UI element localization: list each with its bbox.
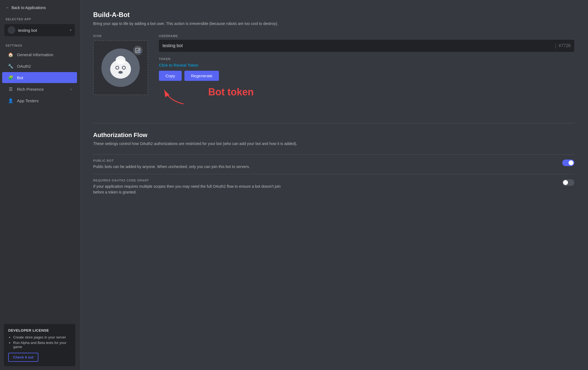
token-buttons: Copy Regenerate (159, 71, 574, 81)
chevron-right-icon: › (70, 87, 72, 91)
sidebar-item-bot[interactable]: 🧩 Bot (2, 72, 77, 83)
token-section: TOKEN Click to Reveal Token Copy Regener… (159, 57, 574, 107)
svg-point-5 (118, 71, 123, 74)
annotation-area: Bot token (159, 84, 574, 107)
username-discriminator: #7726 (559, 43, 571, 48)
add-photo-icon (135, 48, 140, 53)
svg-point-7 (138, 49, 139, 50)
username-input[interactable] (162, 40, 553, 52)
oauth2-grant-row: REQUIRES OAUTH2 CODE GRANT If your appli… (93, 174, 574, 200)
app-avatar (8, 26, 15, 34)
sidebar-item-label: Bot (17, 75, 23, 80)
oauth2-grant-toggle[interactable] (562, 179, 574, 186)
sidebar-item-app-testers[interactable]: 👤 App Testers (2, 95, 77, 106)
back-arrow-icon: ← (5, 5, 9, 10)
back-link-label: Back to Applications (12, 5, 46, 10)
sidebar-item-label: General Information (17, 52, 53, 57)
developer-license-card: DEVELOPER LICENSE Create store pages in … (4, 324, 75, 366)
public-bot-toggle[interactable] (562, 160, 574, 166)
username-divider: | (555, 43, 556, 49)
bot-top-section: ICON (93, 34, 574, 112)
back-to-applications-link[interactable]: ← Back to Applications (0, 0, 79, 14)
wrench-icon: 🔧 (8, 63, 14, 69)
discord-wumpus-icon (107, 54, 134, 81)
dev-license-list: Create store pages in your server Run Al… (8, 335, 71, 349)
username-label: USERNAME (159, 34, 574, 38)
icon-label: ICON (93, 34, 148, 38)
bot-icon-box (93, 40, 148, 95)
person-icon: 👤 (8, 98, 14, 104)
bot-token-annotation: Bot token (208, 86, 254, 98)
oauth2-grant-label: REQUIRES OAUTH2 CODE GRANT (93, 179, 285, 182)
arrow-annotation (159, 85, 192, 107)
sidebar-item-label: Rich Presence (17, 87, 44, 92)
page-description: Bring your app to life by adding a bot u… (93, 21, 285, 27)
svg-point-4 (123, 67, 125, 69)
sidebar-item-label: OAuth2 (17, 64, 31, 69)
regenerate-token-button[interactable]: Regenerate (184, 71, 219, 81)
app-name: testing bot (18, 28, 67, 33)
oauth2-grant-info: REQUIRES OAUTH2 CODE GRANT If your appli… (93, 179, 285, 195)
sidebar-item-oauth2[interactable]: 🔧 OAuth2 (2, 61, 77, 72)
bot-avatar (101, 49, 140, 87)
dev-license-item-2: Run Alpha and Beta tests for your game (13, 341, 71, 349)
add-icon-button[interactable] (133, 46, 142, 55)
username-section: USERNAME | #7726 (159, 34, 574, 52)
divider-1 (93, 123, 574, 123)
dev-license-item-1: Create store pages in your server (13, 335, 71, 339)
dev-license-title: DEVELOPER LICENSE (8, 328, 71, 332)
auth-flow-title: Authorization Flow (93, 132, 574, 139)
auth-flow-desc: These settings control how OAuth2 author… (93, 141, 299, 147)
settings-label: SETTINGS (0, 41, 79, 49)
svg-point-3 (116, 67, 118, 69)
public-bot-info: PUBLIC BOT Public bots can be added by a… (93, 159, 250, 170)
public-bot-row: PUBLIC BOT Public bots can be added by a… (93, 154, 574, 174)
chevron-down-icon: ▾ (70, 28, 72, 32)
token-label: TOKEN (159, 57, 574, 61)
puzzle-icon: 🧩 (8, 75, 14, 81)
svg-point-6 (116, 56, 125, 64)
bot-icon-area: ICON (93, 34, 148, 112)
list-icon: ☰ (8, 86, 14, 92)
app-selector[interactable]: testing bot ▾ (4, 24, 75, 36)
home-icon: 🏠 (8, 52, 14, 58)
reveal-token-link[interactable]: Click to Reveal Token (159, 63, 574, 67)
sidebar: ← Back to Applications SELECTED APP test… (0, 0, 79, 370)
copy-token-button[interactable]: Copy (159, 71, 182, 81)
sidebar-item-general-information[interactable]: 🏠 General Information (2, 49, 77, 60)
public-bot-desc: Public bots can be added by anyone. When… (93, 164, 250, 170)
username-input-row: | #7726 (159, 40, 574, 52)
page-title: Build-A-Bot (93, 11, 574, 19)
main-content: Build-A-Bot Bring your app to life by ad… (79, 0, 588, 370)
oauth2-grant-desc: If your application requires multiple sc… (93, 184, 285, 195)
bot-right-section: USERNAME | #7726 TOKEN Click to Reveal T… (159, 34, 574, 112)
check-it-out-button[interactable]: Check it out (8, 353, 38, 362)
sidebar-item-label: App Testers (17, 98, 39, 103)
selected-app-label: SELECTED APP (0, 14, 79, 22)
public-bot-label: PUBLIC BOT (93, 159, 250, 162)
sidebar-item-rich-presence[interactable]: ☰ Rich Presence › (2, 84, 77, 95)
